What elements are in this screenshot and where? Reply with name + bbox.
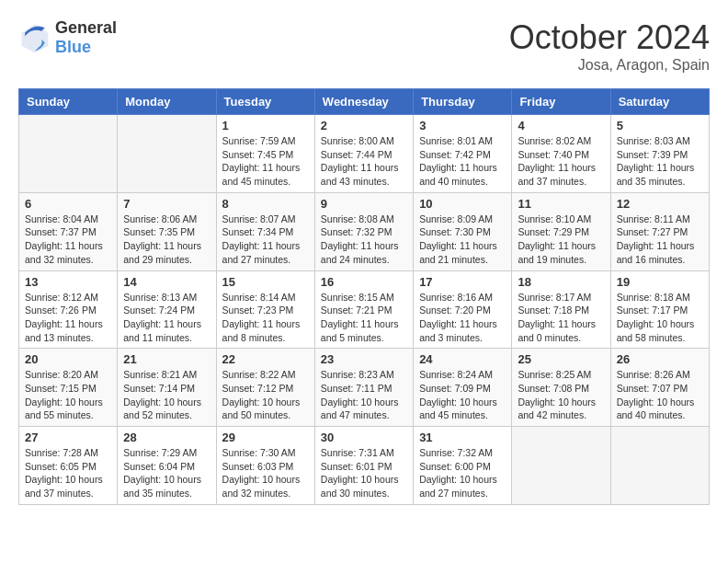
day-number: 26 [617,352,703,366]
logo-blue: Blue [55,38,91,56]
logo-text: General Blue [55,18,117,57]
calendar-day-cell: 25Sunrise: 8:25 AMSunset: 7:08 PMDayligh… [512,349,610,427]
weekday-header-cell: Sunday [19,89,118,115]
calendar-day-cell: 28Sunrise: 7:29 AMSunset: 6:04 PMDayligh… [118,427,216,505]
day-number: 23 [321,352,407,366]
day-number: 18 [518,275,604,289]
day-info: Sunrise: 8:01 AMSunset: 7:42 PMDaylight:… [419,134,506,189]
day-number: 17 [419,275,506,289]
day-info: Sunrise: 8:16 AMSunset: 7:20 PMDaylight:… [419,291,506,345]
day-number: 29 [222,431,309,444]
calendar-day-cell: 3Sunrise: 8:01 AMSunset: 7:42 PMDaylight… [414,115,512,193]
day-info: Sunrise: 8:22 AMSunset: 7:12 PMDaylight:… [222,368,309,422]
day-number: 4 [518,119,604,132]
day-number: 13 [25,275,111,289]
calendar-day-cell [118,115,216,193]
calendar-day-cell: 27Sunrise: 7:28 AMSunset: 6:05 PMDayligh… [19,427,118,505]
day-info: Sunrise: 8:24 AMSunset: 7:09 PMDaylight:… [419,368,506,422]
day-info: Sunrise: 8:15 AMSunset: 7:21 PMDaylight:… [321,291,407,345]
location-title: Josa, Aragon, Spain [509,57,710,74]
calendar-day-cell: 18Sunrise: 8:17 AMSunset: 7:18 PMDayligh… [512,270,610,349]
calendar-day-cell: 30Sunrise: 7:31 AMSunset: 6:01 PMDayligh… [314,427,413,505]
calendar-week-row: 20Sunrise: 8:20 AMSunset: 7:15 PMDayligh… [19,349,710,427]
weekday-header-cell: Thursday [414,89,512,115]
month-title: October 2024 [509,18,710,57]
day-info: Sunrise: 8:03 AMSunset: 7:39 PMDaylight:… [617,134,703,189]
day-number: 31 [419,431,506,444]
calendar-day-cell: 13Sunrise: 8:12 AMSunset: 7:26 PMDayligh… [19,270,118,349]
calendar-day-cell: 2Sunrise: 8:00 AMSunset: 7:44 PMDaylight… [314,115,413,193]
calendar-day-cell: 17Sunrise: 8:16 AMSunset: 7:20 PMDayligh… [414,270,512,349]
calendar-week-row: 1Sunrise: 7:59 AMSunset: 7:45 PMDaylight… [19,115,710,193]
calendar-day-cell: 8Sunrise: 8:07 AMSunset: 7:34 PMDaylight… [216,192,314,270]
logo: General Blue [18,18,117,57]
day-number: 25 [518,352,604,366]
day-number: 22 [222,352,309,366]
calendar-day-cell: 26Sunrise: 8:26 AMSunset: 7:07 PMDayligh… [610,349,709,427]
day-number: 14 [123,275,210,289]
day-number: 27 [25,431,111,444]
logo-icon [18,21,51,54]
calendar-day-cell: 11Sunrise: 8:10 AMSunset: 7:29 PMDayligh… [512,192,610,270]
day-number: 11 [518,197,604,211]
logo-general: General [55,18,117,37]
day-info: Sunrise: 8:26 AMSunset: 7:07 PMDaylight:… [617,368,703,422]
calendar-week-row: 27Sunrise: 7:28 AMSunset: 6:05 PMDayligh… [19,427,710,505]
calendar-day-cell: 29Sunrise: 7:30 AMSunset: 6:03 PMDayligh… [216,427,314,505]
day-info: Sunrise: 8:11 AMSunset: 7:27 PMDaylight:… [617,213,703,267]
calendar-day-cell [512,427,610,505]
calendar-week-row: 6Sunrise: 8:04 AMSunset: 7:37 PMDaylight… [19,192,710,270]
day-info: Sunrise: 8:13 AMSunset: 7:24 PMDaylight:… [123,291,210,345]
day-info: Sunrise: 8:00 AMSunset: 7:44 PMDaylight:… [321,134,407,189]
day-number: 6 [25,197,111,211]
day-number: 7 [123,197,210,211]
day-number: 3 [419,119,506,132]
day-number: 12 [617,197,703,211]
day-number: 16 [321,275,407,289]
calendar-body: 1Sunrise: 7:59 AMSunset: 7:45 PMDaylight… [19,115,710,505]
day-info: Sunrise: 8:17 AMSunset: 7:18 PMDaylight:… [518,291,604,345]
day-number: 19 [617,275,703,289]
day-info: Sunrise: 8:18 AMSunset: 7:17 PMDaylight:… [617,291,703,345]
day-info: Sunrise: 8:14 AMSunset: 7:23 PMDaylight:… [222,291,309,345]
day-info: Sunrise: 8:20 AMSunset: 7:15 PMDaylight:… [25,368,111,422]
day-info: Sunrise: 7:29 AMSunset: 6:04 PMDaylight:… [123,446,210,500]
day-number: 21 [123,352,210,366]
calendar-day-cell: 1Sunrise: 7:59 AMSunset: 7:45 PMDaylight… [216,115,314,193]
calendar-day-cell: 4Sunrise: 8:02 AMSunset: 7:40 PMDaylight… [512,115,610,193]
calendar-day-cell: 15Sunrise: 8:14 AMSunset: 7:23 PMDayligh… [216,270,314,349]
day-number: 1 [222,119,309,132]
weekday-header-cell: Saturday [610,89,709,115]
day-info: Sunrise: 7:59 AMSunset: 7:45 PMDaylight:… [222,134,309,189]
calendar-day-cell: 14Sunrise: 8:13 AMSunset: 7:24 PMDayligh… [118,270,216,349]
calendar-day-cell: 21Sunrise: 8:21 AMSunset: 7:14 PMDayligh… [118,349,216,427]
day-info: Sunrise: 8:02 AMSunset: 7:40 PMDaylight:… [518,134,604,189]
weekday-header-cell: Friday [512,89,610,115]
calendar-day-cell: 20Sunrise: 8:20 AMSunset: 7:15 PMDayligh… [19,349,118,427]
day-info: Sunrise: 7:32 AMSunset: 6:00 PMDaylight:… [419,446,506,500]
calendar-week-row: 13Sunrise: 8:12 AMSunset: 7:26 PMDayligh… [19,270,710,349]
day-number: 9 [321,197,407,211]
day-number: 24 [419,352,506,366]
calendar-day-cell [610,427,709,505]
calendar-title-area: October 2024 Josa, Aragon, Spain [509,18,710,74]
day-info: Sunrise: 7:30 AMSunset: 6:03 PMDaylight:… [222,446,309,500]
day-info: Sunrise: 8:23 AMSunset: 7:11 PMDaylight:… [321,368,407,422]
calendar-day-cell [19,115,118,193]
day-number: 10 [419,197,506,211]
calendar-day-cell: 6Sunrise: 8:04 AMSunset: 7:37 PMDaylight… [19,192,118,270]
calendar-day-cell: 23Sunrise: 8:23 AMSunset: 7:11 PMDayligh… [314,349,413,427]
weekday-header-cell: Monday [118,89,216,115]
day-number: 2 [321,119,407,132]
day-info: Sunrise: 8:10 AMSunset: 7:29 PMDaylight:… [518,213,604,267]
weekday-header-cell: Wednesday [314,89,413,115]
day-number: 30 [321,431,407,444]
calendar-day-cell: 31Sunrise: 7:32 AMSunset: 6:00 PMDayligh… [414,427,512,505]
day-number: 28 [123,431,210,444]
calendar-day-cell: 9Sunrise: 8:08 AMSunset: 7:32 PMDaylight… [314,192,413,270]
day-info: Sunrise: 7:31 AMSunset: 6:01 PMDaylight:… [321,446,407,500]
calendar-day-cell: 16Sunrise: 8:15 AMSunset: 7:21 PMDayligh… [314,270,413,349]
calendar-day-cell: 19Sunrise: 8:18 AMSunset: 7:17 PMDayligh… [610,270,709,349]
day-number: 8 [222,197,309,211]
calendar-day-cell: 5Sunrise: 8:03 AMSunset: 7:39 PMDaylight… [610,115,709,193]
